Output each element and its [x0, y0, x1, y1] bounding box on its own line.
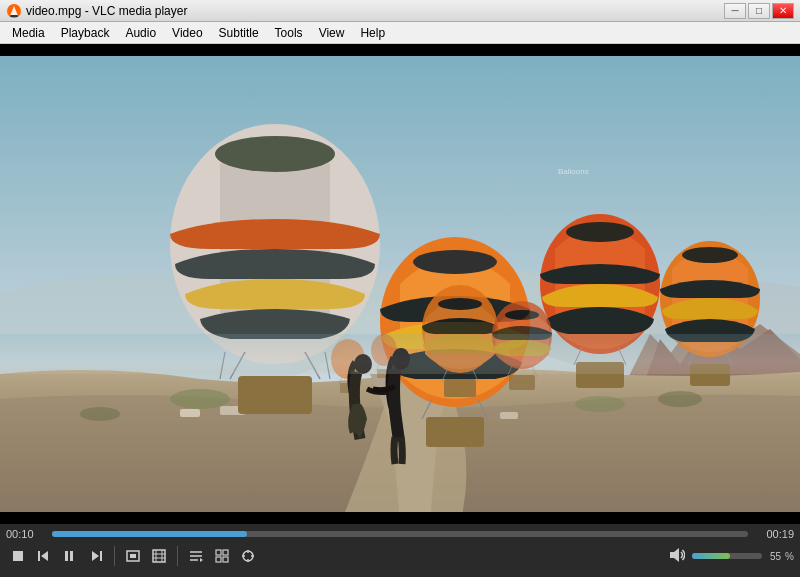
svg-rect-11: [180, 409, 200, 417]
window-title: video.mpg - VLC media player: [26, 4, 724, 18]
time-total: 00:19: [756, 528, 794, 540]
svg-marker-77: [200, 558, 203, 562]
play-button[interactable]: [58, 545, 82, 567]
svg-rect-60: [13, 551, 23, 561]
svg-point-37: [438, 298, 482, 310]
volume-button[interactable]: [666, 545, 688, 567]
svg-marker-66: [92, 551, 99, 561]
svg-rect-65: [100, 551, 102, 561]
menu-help[interactable]: Help: [352, 22, 393, 43]
svg-rect-58: [0, 44, 800, 56]
maximize-button[interactable]: □: [748, 3, 770, 19]
separator-1: [114, 546, 115, 566]
extended-settings-icon: [215, 549, 229, 563]
menu-playback[interactable]: Playback: [53, 22, 118, 43]
svg-rect-45: [509, 375, 535, 390]
menu-video[interactable]: Video: [164, 22, 210, 43]
minimize-button[interactable]: ─: [724, 3, 746, 19]
svg-point-7: [170, 389, 230, 409]
volume-track[interactable]: [692, 553, 762, 559]
svg-text:Balloons: Balloons: [558, 167, 589, 176]
svg-rect-20: [238, 376, 312, 414]
effects-button[interactable]: [236, 545, 260, 567]
svg-rect-80: [216, 557, 221, 562]
title-bar: video.mpg - VLC media player ─ □ ✕: [0, 0, 800, 22]
svg-point-10: [658, 391, 702, 407]
volume-icon: [669, 547, 685, 563]
svg-point-27: [566, 222, 634, 242]
next-icon: [89, 549, 103, 563]
menu-bar: Media Playback Audio Video Subtitle Tool…: [0, 22, 800, 44]
svg-rect-79: [223, 550, 228, 555]
effects-icon: [241, 549, 255, 563]
aspect-ratio-button[interactable]: [121, 545, 145, 567]
controls-area: 00:10 00:19: [0, 524, 800, 577]
svg-point-15: [215, 136, 335, 172]
separator-2: [177, 546, 178, 566]
svg-rect-69: [153, 550, 165, 562]
crop-icon: [152, 549, 166, 563]
next-button[interactable]: [84, 545, 108, 567]
svg-rect-64: [70, 551, 73, 561]
playlist-icon: [189, 549, 203, 563]
volume-fill: [692, 553, 731, 559]
close-button[interactable]: ✕: [772, 3, 794, 19]
video-area[interactable]: Balloons: [0, 44, 800, 524]
controls-buttons: 55 %: [6, 545, 794, 567]
volume-percent-sign: %: [785, 551, 794, 562]
svg-marker-87: [670, 548, 679, 562]
menu-view[interactable]: View: [311, 22, 353, 43]
svg-point-32: [682, 247, 738, 263]
svg-rect-81: [223, 557, 228, 562]
menu-audio[interactable]: Audio: [117, 22, 164, 43]
svg-rect-2: [10, 15, 18, 17]
stop-button[interactable]: [6, 545, 30, 567]
svg-point-22: [413, 250, 497, 274]
svg-rect-13: [500, 412, 518, 419]
svg-rect-61: [38, 551, 40, 561]
crop-button[interactable]: [147, 545, 171, 567]
svg-point-9: [80, 407, 120, 421]
svg-point-8: [575, 396, 625, 412]
menu-media[interactable]: Media: [4, 22, 53, 43]
svg-rect-68: [130, 554, 136, 558]
progress-track[interactable]: [52, 531, 748, 537]
prev-button[interactable]: [32, 545, 56, 567]
svg-rect-57: [0, 334, 800, 374]
svg-point-42: [505, 310, 539, 320]
svg-marker-62: [41, 551, 48, 561]
progress-fill: [52, 531, 247, 537]
svg-rect-63: [65, 551, 68, 561]
volume-area: 55 %: [666, 545, 794, 567]
aspect-ratio-icon: [126, 549, 140, 563]
playlist-button[interactable]: [184, 545, 208, 567]
svg-rect-40: [444, 379, 476, 397]
play-icon: [63, 549, 77, 563]
progress-bar-container: 00:10 00:19: [6, 528, 794, 540]
svg-rect-78: [216, 550, 221, 555]
menu-tools[interactable]: Tools: [267, 22, 311, 43]
vlc-icon: [6, 3, 22, 19]
stop-icon: [11, 549, 25, 563]
menu-subtitle[interactable]: Subtitle: [211, 22, 267, 43]
volume-value: 55: [770, 551, 781, 562]
svg-rect-25: [426, 417, 484, 447]
prev-icon: [37, 549, 51, 563]
extended-settings-button[interactable]: [210, 545, 234, 567]
window-controls: ─ □ ✕: [724, 3, 794, 19]
svg-rect-59: [0, 512, 800, 524]
time-current: 00:10: [6, 528, 44, 540]
